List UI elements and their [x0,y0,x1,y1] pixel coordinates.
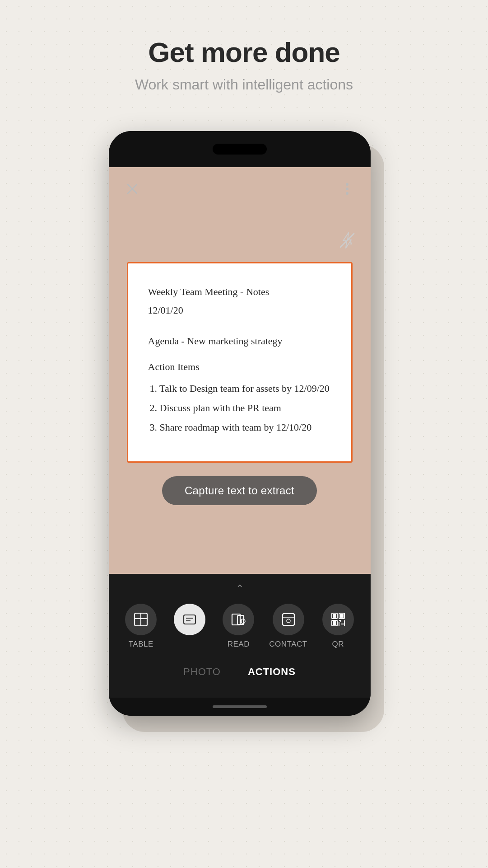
mode-table[interactable]: TABLE [123,604,159,649]
svg-rect-11 [184,615,195,624]
doc-list-item-3: 3. Share roadmap with team by 12/10/20 [150,419,331,436]
doc-section-title: Action Items [148,358,331,375]
svg-text:A: A [349,241,353,246]
document-card: Weekly Team Meeting - Notes 12/01/20 Age… [127,262,353,463]
capture-button[interactable]: Capture text to extract [162,476,317,505]
camera-viewfinder: A Weekly Team Meeting - Notes 12/01/20 A… [109,167,371,574]
mode-actions[interactable] [172,604,208,640]
read-icon-circle [223,604,254,635]
qr-label: QR [332,640,344,649]
doc-agenda: Agenda - New marketing strategy [148,333,331,349]
home-indicator [213,705,267,708]
header-section: Get more done Work smart with intelligen… [0,0,488,111]
more-options-button[interactable] [336,178,358,200]
phone-top-bar [109,131,371,167]
doc-list-item-1: 1. Talk to Design team for assets by 12/… [150,380,331,397]
swipe-indicator: ⌃ [109,583,371,595]
svg-point-20 [287,619,290,623]
actions-tab-label: ACTIONS [248,666,296,678]
table-label: TABLE [129,640,153,649]
tab-actions[interactable]: ACTIONS [248,666,296,678]
phone-body: A Weekly Team Meeting - Notes 12/01/20 A… [109,131,371,716]
photo-tab-label: PHOTO [183,666,221,678]
contact-icon-circle [273,604,304,635]
svg-rect-27 [333,621,336,625]
contact-label: CONTACT [269,640,307,649]
mode-qr[interactable]: QR [320,604,356,649]
doc-list-item-2: 2. Discuss plan with the PR team [150,399,331,416]
camera-controls-row: A [109,167,371,262]
mode-read[interactable]: READ [220,604,256,649]
flash-toggle-button[interactable]: A [336,230,358,251]
tab-bar: PHOTO ACTIONS [109,660,371,684]
phone-mockup: A Weekly Team Meeting - Notes 12/01/20 A… [109,131,380,716]
svg-point-3 [346,188,349,190]
svg-rect-23 [333,614,336,618]
document-content: Weekly Team Meeting - Notes 12/01/20 Age… [148,283,331,436]
qr-icon-circle [322,604,354,635]
mode-icons-row: TABLE [109,604,371,649]
page-subtitle: Work smart with intelligent actions [0,76,488,93]
doc-date: 12/01/20 [148,302,331,319]
svg-rect-18 [283,614,294,625]
phone-bottom-bar [109,698,371,716]
table-icon-circle [125,604,157,635]
close-button[interactable] [121,178,143,200]
phone-notch [213,144,267,155]
read-label: READ [228,640,250,649]
bottom-controls: ⌃ TABLE [109,574,371,698]
tab-photo[interactable]: PHOTO [183,666,221,678]
svg-point-4 [346,192,349,195]
page-title: Get more done [0,36,488,68]
mode-contact[interactable]: CONTACT [269,604,307,649]
right-controls: A [336,178,358,251]
svg-rect-25 [340,614,344,618]
doc-title: Weekly Team Meeting - Notes [148,283,331,300]
actions-icon-circle [174,604,205,635]
svg-point-2 [346,183,349,186]
chevron-up-icon: ⌃ [236,583,244,595]
